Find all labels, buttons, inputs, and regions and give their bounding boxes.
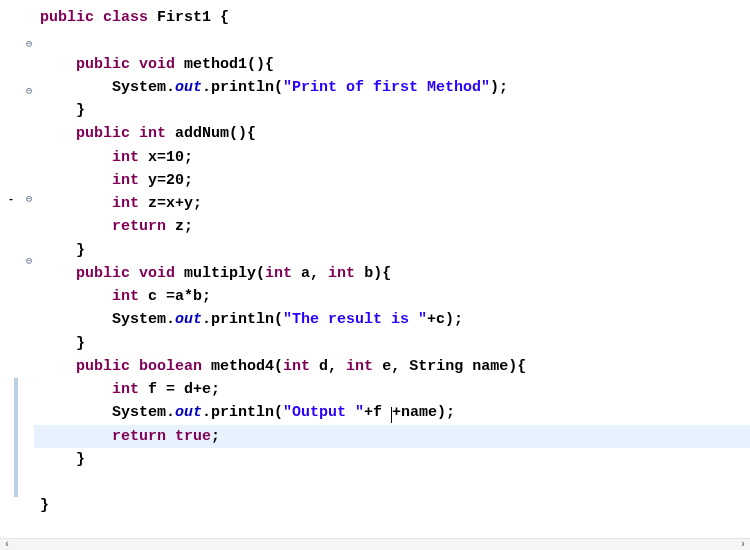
fold-toggle [24,332,34,348]
token: out [175,79,202,96]
code-line[interactable]: int y=20; [34,169,750,192]
fold-toggle [24,22,34,38]
token: public [76,265,139,282]
fold-toggle [24,130,34,146]
code-line[interactable]: } [34,448,750,471]
code-line[interactable]: System.out.println("Output "+f +name); [34,401,750,424]
token: { [220,9,229,26]
token [40,428,112,445]
code-line[interactable]: } [34,494,750,517]
token [40,311,112,328]
fold-toggle[interactable]: ⊖ [24,192,34,208]
code-line[interactable]: int f = d+e; [34,378,750,401]
token: d, [319,358,346,375]
code-line[interactable]: } [34,239,750,262]
scroll-right-icon[interactable]: › [736,539,750,550]
token: } [40,451,85,468]
token: void [139,265,184,282]
token: int [112,288,148,305]
code-line[interactable]: public void multiply(int a, int b){ [34,262,750,285]
token [40,218,112,235]
token: int [346,358,382,375]
token: public [76,358,139,375]
token: int [139,125,175,142]
token [40,172,112,189]
code-line[interactable]: int c =a*b; [34,285,750,308]
fold-toggle [24,115,34,131]
token: System. [112,311,175,328]
fold-toggle [24,316,34,332]
gutter-cell [0,254,24,270]
gutter-cell [0,99,24,115]
code-line[interactable]: public class First1 { [34,6,750,29]
gutter-cell [0,130,24,146]
token [40,288,112,305]
fold-toggle[interactable]: ⊖ [24,84,34,100]
code-line[interactable]: int z=x+y; [34,192,750,215]
token: +f [364,404,391,421]
token: (){ [247,56,274,73]
code-line[interactable] [34,29,750,52]
token: f = d+e; [148,381,220,398]
token: out [175,311,202,328]
code-line[interactable]: public void method1(){ [34,53,750,76]
token: boolean [139,358,211,375]
token: int [265,265,301,282]
token: ; [211,428,220,445]
scroll-left-icon[interactable]: ‹ [0,539,14,550]
token: method4 [211,358,274,375]
token: b){ [364,265,391,282]
token: z; [175,218,193,235]
code-area[interactable]: public class First1 { public void method… [34,0,750,550]
token: ); [490,79,508,96]
token: int [328,265,364,282]
fold-toggle [24,239,34,255]
code-line[interactable] [34,471,750,494]
code-line[interactable]: public boolean method4(int d, int e, Str… [34,355,750,378]
fold-toggle[interactable]: ⊖ [24,254,34,270]
code-line[interactable]: System.out.println("The result is "+c); [34,308,750,331]
token: } [40,335,85,352]
gutter-cell [0,37,24,53]
collapse-icon: - [8,192,16,208]
token [40,79,112,96]
token: a, [301,265,328,282]
token: c =a*b; [148,288,211,305]
gutter-cell [0,84,24,100]
fold-toggle [24,6,34,22]
token [40,195,112,212]
token: x=10; [148,149,193,166]
fold-toggle [24,177,34,193]
horizontal-scrollbar[interactable]: ‹ › [0,538,750,550]
code-line[interactable]: return z; [34,215,750,238]
token: .println( [202,311,283,328]
token: First1 [157,9,220,26]
code-line[interactable]: public int addNum(){ [34,122,750,145]
gutter-cell [0,115,24,131]
fold-toggle [24,285,34,301]
gutter-cell [0,68,24,84]
gutter-cell [0,161,24,177]
token: out [175,404,202,421]
gutter-cell [0,6,24,22]
fold-toggle[interactable]: ⊖ [24,37,34,53]
gutter: - [0,0,24,550]
token: public [40,9,103,26]
code-editor[interactable]: - ⊖⊖⊖⊖ public class First1 { public void… [0,0,750,550]
token [40,381,112,398]
fold-toggle [24,301,34,317]
code-line[interactable]: return true; [34,425,750,448]
code-line[interactable]: } [34,99,750,122]
token: return [112,218,175,235]
change-marker [14,378,18,497]
token: int [283,358,319,375]
code-line[interactable]: int x=10; [34,146,750,169]
gutter-cell [0,301,24,317]
fold-strip: ⊖⊖⊖⊖ [24,0,34,550]
code-line[interactable]: System.out.println("Print of first Metho… [34,76,750,99]
fold-toggle [24,99,34,115]
code-line[interactable]: } [34,332,750,355]
token: } [40,497,49,514]
token: public [76,125,139,142]
gutter-cell [0,270,24,286]
